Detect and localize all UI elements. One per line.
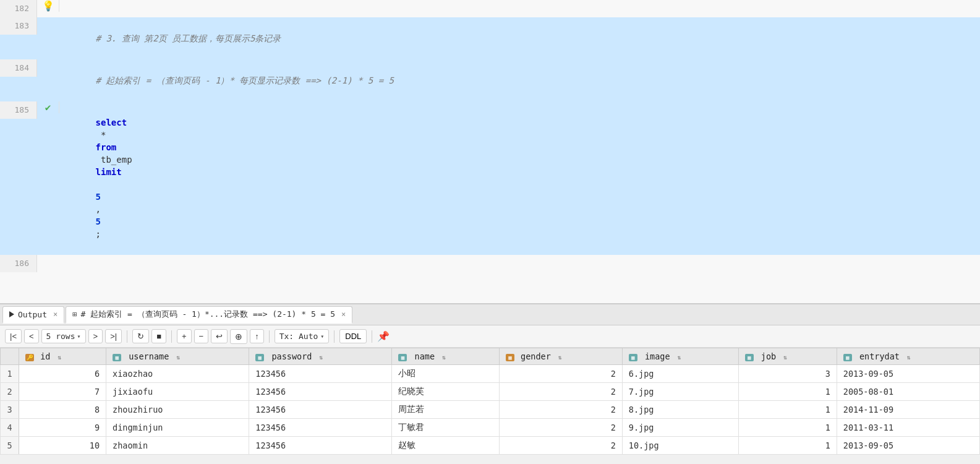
add-button[interactable]: + bbox=[177, 329, 192, 343]
ddl-button[interactable]: DDL bbox=[339, 329, 367, 343]
refresh-button[interactable]: ↻ bbox=[132, 329, 149, 343]
password-col-icon: ▦ bbox=[255, 354, 264, 361]
cell-password[interactable]: 123456 bbox=[249, 365, 392, 383]
line-content-184[interactable]: # 起始索引 = （查询页码 - 1）* 每页显示记录数 ==> (2-1) *… bbox=[59, 59, 980, 101]
cell-name[interactable]: 赵敏 bbox=[392, 437, 500, 455]
cell-id[interactable]: 8 bbox=[19, 401, 106, 419]
cell-image[interactable]: 10.jpg bbox=[622, 437, 738, 455]
cell-job[interactable]: 1 bbox=[738, 437, 837, 455]
code-semi: ; bbox=[96, 229, 101, 239]
code-line-185: 185 ✔ select * from tb_emp limit 5 , 5 ; bbox=[0, 101, 980, 255]
col-header-name[interactable]: ▦ name ⇅ bbox=[392, 348, 500, 365]
col-header-gender[interactable]: ▦ gender ⇅ bbox=[499, 348, 622, 365]
cell-gender[interactable]: 2 bbox=[499, 383, 622, 401]
cell-job[interactable]: 1 bbox=[738, 401, 837, 419]
cell-gender[interactable]: 2 bbox=[499, 365, 622, 383]
tab-result[interactable]: ⊞ # 起始索引 = （查询页码 - 1）*...记录数 ==> (2-1) *… bbox=[66, 306, 352, 324]
cell-username[interactable]: zhouzhiruo bbox=[106, 401, 249, 419]
cell-image[interactable]: 8.jpg bbox=[622, 401, 738, 419]
cell-password[interactable]: 123456 bbox=[249, 401, 392, 419]
cell-rownum: 5 bbox=[1, 437, 19, 455]
next-button[interactable]: > bbox=[88, 329, 103, 343]
gender-col-icon: ▦ bbox=[506, 354, 514, 361]
image-sort-icon[interactable]: ⇅ bbox=[678, 354, 681, 361]
col-header-username[interactable]: ▦ username ⇅ bbox=[106, 348, 249, 365]
pin-icon[interactable]: 📌 bbox=[377, 330, 390, 342]
col-header-image[interactable]: ▦ image ⇅ bbox=[622, 348, 738, 365]
line-content-182 bbox=[59, 0, 980, 5]
limit-count: 5 bbox=[96, 217, 101, 226]
table-row[interactable]: 4 9 dingminjun 123456 丁敏君 2 9.jpg 1 2011… bbox=[1, 419, 980, 437]
line-content-185[interactable]: select * from tb_emp limit 5 , 5 ; bbox=[59, 101, 980, 255]
tab-output-close[interactable]: × bbox=[53, 310, 58, 319]
comment-line-184: # 起始索引 = （查询页码 - 1）* 每页显示记录数 ==> (2-1) *… bbox=[96, 75, 394, 85]
username-col-icon: ▦ bbox=[113, 354, 121, 361]
cell-username[interactable]: xiaozhao bbox=[106, 365, 249, 383]
cell-password[interactable]: 123456 bbox=[249, 437, 392, 455]
first-button[interactable]: |< bbox=[5, 329, 22, 343]
cell-password[interactable]: 123456 bbox=[249, 419, 392, 437]
cell-job[interactable]: 1 bbox=[738, 419, 837, 437]
cell-job[interactable]: 3 bbox=[738, 365, 837, 383]
upload-button[interactable]: ↑ bbox=[250, 329, 264, 343]
job-sort-icon[interactable]: ⇅ bbox=[783, 354, 787, 361]
tx-dropdown[interactable]: Tx: Auto ▾ bbox=[275, 329, 330, 343]
col-header-id[interactable]: 🔑 id ⇅ bbox=[19, 348, 106, 365]
cell-username[interactable]: jixiaofu bbox=[106, 383, 249, 401]
table-row[interactable]: 2 7 jixiaofu 123456 纪晓芙 2 7.jpg 1 2005-0… bbox=[1, 383, 980, 401]
tab-output[interactable]: Output × bbox=[2, 306, 64, 324]
cell-name[interactable]: 丁敏君 bbox=[392, 419, 500, 437]
table-header-row: 🔑 id ⇅ ▦ username ⇅ ▦ password ⇅ ▦ name bbox=[1, 348, 980, 365]
cell-job[interactable]: 1 bbox=[738, 383, 837, 401]
stop-button[interactable]: ■ bbox=[151, 329, 166, 343]
cell-id[interactable]: 7 bbox=[19, 383, 106, 401]
username-sort-icon[interactable]: ⇅ bbox=[176, 354, 180, 361]
check-icon: ✔ bbox=[45, 101, 51, 113]
name-sort-icon[interactable]: ⇅ bbox=[442, 354, 446, 361]
col-header-password[interactable]: ▦ password ⇅ bbox=[249, 348, 392, 365]
line-number-186: 186 bbox=[0, 255, 37, 272]
gender-sort-icon[interactable]: ⇅ bbox=[558, 354, 562, 361]
cell-entrydate[interactable]: 2013-09-05 bbox=[837, 437, 979, 455]
cell-rownum: 1 bbox=[1, 365, 19, 383]
table-row[interactable]: 3 8 zhouzhiruo 123456 周芷若 2 8.jpg 1 2014… bbox=[1, 401, 980, 419]
tab-result-close[interactable]: × bbox=[341, 310, 346, 319]
id-sort-icon[interactable]: ⇅ bbox=[58, 354, 62, 361]
cell-image[interactable]: 6.jpg bbox=[622, 365, 738, 383]
revert-button[interactable]: ↩ bbox=[211, 329, 228, 343]
password-sort-icon[interactable]: ⇅ bbox=[320, 354, 323, 361]
last-button[interactable]: >| bbox=[105, 329, 122, 343]
cell-id[interactable]: 10 bbox=[19, 437, 106, 455]
cell-gender[interactable]: 2 bbox=[499, 419, 622, 437]
remove-button[interactable]: − bbox=[194, 329, 209, 343]
cell-entrydate[interactable]: 2013-09-05 bbox=[837, 365, 979, 383]
table-row[interactable]: 1 6 xiaozhao 123456 小昭 2 6.jpg 3 2013-09… bbox=[1, 365, 980, 383]
cell-entrydate[interactable]: 2011-03-11 bbox=[837, 419, 979, 437]
cell-name[interactable]: 纪晓芙 bbox=[392, 383, 500, 401]
cell-username[interactable]: zhaomin bbox=[106, 437, 249, 455]
entrydate-col-icon: ▦ bbox=[843, 354, 852, 361]
line-content-183[interactable]: # 3. 查询 第2页 员工数据，每页展示5条记录 bbox=[59, 17, 980, 59]
play-icon bbox=[9, 311, 14, 317]
col-header-entrydate[interactable]: ▦ entrydat ⇅ bbox=[837, 348, 979, 365]
prev-button[interactable]: < bbox=[24, 329, 39, 343]
line-gutter-182: 💡 bbox=[37, 0, 59, 12]
table-row[interactable]: 5 10 zhaomin 123456 赵敏 2 10.jpg 1 2013-0… bbox=[1, 437, 980, 455]
cell-image[interactable]: 7.jpg bbox=[622, 383, 738, 401]
keyword-select: select bbox=[96, 118, 127, 127]
cell-id[interactable]: 9 bbox=[19, 419, 106, 437]
cell-name[interactable]: 小昭 bbox=[392, 365, 500, 383]
cell-password[interactable]: 123456 bbox=[249, 383, 392, 401]
cell-username[interactable]: dingminjun bbox=[106, 419, 249, 437]
clone-button[interactable]: ⊕ bbox=[230, 329, 247, 344]
cell-gender[interactable]: 2 bbox=[499, 437, 622, 455]
cell-id[interactable]: 6 bbox=[19, 365, 106, 383]
cell-gender[interactable]: 2 bbox=[499, 401, 622, 419]
cell-image[interactable]: 9.jpg bbox=[622, 419, 738, 437]
col-header-job[interactable]: ▦ job ⇅ bbox=[738, 348, 837, 365]
cell-entrydate[interactable]: 2014-11-09 bbox=[837, 401, 979, 419]
rows-select[interactable]: 5 rows ▾ bbox=[41, 329, 86, 343]
cell-entrydate[interactable]: 2005-08-01 bbox=[837, 383, 979, 401]
entrydate-sort-icon[interactable]: ⇅ bbox=[907, 354, 911, 361]
cell-name[interactable]: 周芷若 bbox=[392, 401, 500, 419]
